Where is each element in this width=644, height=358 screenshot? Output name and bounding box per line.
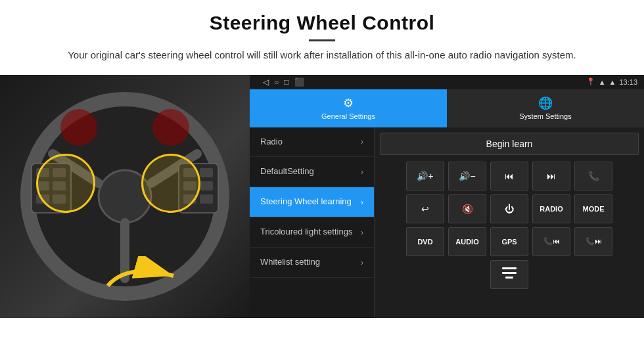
wifi-icon: ▲	[599, 78, 606, 86]
signal-icon: ▲	[609, 78, 616, 86]
settings-panel: Radio › DefaultSetting › Steering Wheel …	[250, 127, 644, 318]
vol-down-icon: 🔊−	[459, 171, 475, 181]
menu-item-steering-wheel[interactable]: Steering Wheel learning ›	[250, 187, 374, 217]
menu-icon	[502, 267, 517, 281]
control-row-4	[380, 260, 639, 289]
svg-rect-15	[200, 168, 213, 177]
arrow-indicator	[101, 256, 180, 298]
control-row-1: 🔊+ 🔊− ⏮ ⏭ 📞	[380, 162, 639, 190]
power-icon: ⏻	[505, 204, 514, 214]
screenshot-icon[interactable]: ⬛	[294, 78, 304, 87]
dvd-button[interactable]: DVD	[406, 227, 444, 256]
vol-down-button[interactable]: 🔊−	[448, 162, 486, 190]
right-controls: Begin learn 🔊+ 🔊− ⏮ ⏭	[375, 127, 644, 318]
prev-track-button[interactable]: ⏮	[490, 162, 528, 190]
phone-seek-prev-icon: 📞⏮	[543, 237, 560, 246]
tab-bar: ⚙ General Settings 🌐 System Settings	[250, 89, 644, 127]
control-row-2: ↩ 🔇 ⏻ RADIO MODE	[380, 194, 639, 223]
radio-button[interactable]: RADIO	[532, 194, 570, 223]
svg-rect-23	[502, 267, 517, 269]
location-icon: 📍	[586, 78, 595, 86]
tab-general-settings[interactable]: ⚙ General Settings	[250, 89, 447, 127]
menu-radio-label: Radio	[260, 137, 283, 148]
phone-seek-next-icon: 📞⏭	[586, 237, 602, 246]
android-ui: ◁ ○ □ ⬛ 📍 ▲ ▲ 13:13 ⚙ General Settings 🌐…	[250, 75, 644, 318]
gps-label: GPS	[501, 238, 517, 246]
phone-seek-prev-button[interactable]: 📞⏮	[532, 227, 570, 256]
chevron-icon-tricoloured: ›	[361, 228, 363, 237]
phone-end-icon: ↩	[421, 204, 429, 214]
menu-icon-button[interactable]	[490, 260, 528, 289]
audio-label: AUDIO	[455, 238, 478, 246]
highlight-circle-left	[36, 154, 95, 213]
phone-end-button[interactable]: ↩	[406, 194, 444, 223]
menu-item-default-setting[interactable]: DefaultSetting ›	[250, 157, 374, 187]
dvd-label: DVD	[417, 238, 432, 246]
menu-item-tricoloured[interactable]: Tricoloured light settings ›	[250, 217, 374, 248]
begin-learn-row: Begin learn	[380, 133, 639, 155]
steering-wheel-image	[0, 75, 250, 318]
title-divider	[309, 39, 335, 41]
page-subtitle: Your original car's steering wheel contr…	[39, 48, 605, 63]
settings-gear-icon: ⚙	[343, 96, 354, 110]
tab-system-settings[interactable]: 🌐 System Settings	[447, 89, 644, 127]
svg-point-20	[60, 109, 97, 146]
audio-button[interactable]: AUDIO	[448, 227, 486, 256]
svg-point-21	[152, 109, 189, 146]
chevron-icon-radio: ›	[361, 137, 363, 146]
prev-track-icon: ⏮	[505, 171, 514, 181]
chevron-icon-steering: ›	[361, 198, 363, 207]
tab-system-label: System Settings	[519, 112, 571, 120]
mute-icon: 🔇	[462, 204, 473, 214]
power-button[interactable]: ⏻	[490, 194, 528, 223]
menu-steering-label: Steering Wheel learning	[260, 196, 352, 208]
left-menu: Radio › DefaultSetting › Steering Wheel …	[250, 127, 375, 318]
vol-up-button[interactable]: 🔊+	[406, 162, 444, 190]
next-track-button[interactable]: ⏭	[532, 162, 570, 190]
phone-button[interactable]: 📞	[574, 162, 612, 190]
menu-item-radio[interactable]: Radio ›	[250, 127, 374, 158]
chevron-icon-default: ›	[361, 168, 363, 177]
mode-label: MODE	[583, 205, 605, 213]
mode-button[interactable]: MODE	[574, 194, 612, 223]
svg-rect-17	[200, 181, 213, 190]
svg-rect-24	[502, 272, 517, 274]
chevron-icon-whitelist: ›	[361, 258, 363, 267]
back-icon[interactable]: ◁	[263, 78, 269, 87]
main-content: ◁ ○ □ ⬛ 📍 ▲ ▲ 13:13 ⚙ General Settings 🌐…	[0, 75, 644, 318]
page-title: Steering Wheel Control	[39, 12, 605, 34]
menu-tricoloured-label: Tricoloured light settings	[260, 227, 352, 238]
home-icon[interactable]: ○	[274, 78, 279, 87]
gps-button[interactable]: GPS	[490, 227, 528, 256]
menu-item-whitelist[interactable]: Whitelist setting ›	[250, 248, 374, 278]
radio-label: RADIO	[540, 205, 563, 213]
svg-rect-19	[200, 194, 213, 204]
highlight-circle-right	[141, 154, 200, 213]
vol-up-icon: 🔊+	[417, 171, 433, 181]
mute-button[interactable]: 🔇	[448, 194, 486, 223]
tab-general-label: General Settings	[321, 112, 375, 120]
status-bar: ◁ ○ □ ⬛ 📍 ▲ ▲ 13:13	[250, 75, 644, 89]
clock: 13:13	[619, 78, 637, 86]
status-icons: 📍 ▲ ▲ 13:13	[586, 78, 637, 86]
system-globe-icon: 🌐	[538, 96, 553, 110]
recents-icon[interactable]: □	[284, 78, 288, 87]
control-row-3: DVD AUDIO GPS 📞⏮ 📞⏭	[380, 227, 639, 256]
page-header: Steering Wheel Control Your original car…	[0, 0, 644, 70]
next-track-icon: ⏭	[547, 171, 556, 181]
phone-icon: 📞	[588, 171, 599, 181]
menu-default-label: DefaultSetting	[260, 166, 314, 177]
menu-whitelist-label: Whitelist setting	[260, 257, 320, 268]
nav-icons: ◁ ○ □ ⬛	[263, 78, 304, 87]
begin-learn-button[interactable]: Begin learn	[380, 133, 639, 155]
phone-seek-next-button[interactable]: 📞⏭	[574, 227, 612, 256]
svg-rect-25	[505, 277, 513, 279]
